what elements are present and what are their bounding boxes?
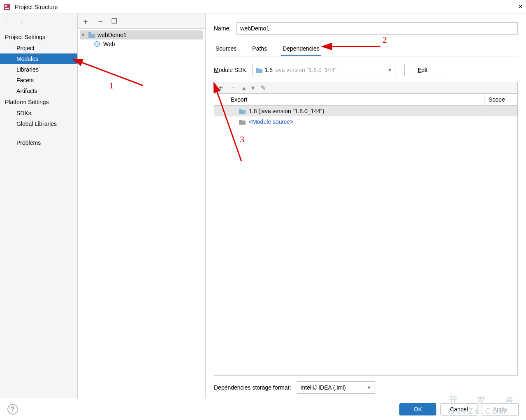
storage-label: Dependencies storage format: <box>214 384 291 391</box>
storage-combo[interactable]: IntelliJ IDEA (.iml) ▼ <box>297 381 375 394</box>
module-tree-panel: ＋ － ❐ ▾ webDemo1 Web <box>78 14 206 398</box>
name-row: Name: <box>214 22 518 35</box>
dep-row-jdk[interactable]: 1.8 (java version "1.8.0_144") <box>214 106 517 116</box>
storage-value: IntelliJ IDEA (.iml) <box>301 384 346 391</box>
footer: ? OK Cancel Apply <box>0 398 526 420</box>
dep-col-scope: Scope <box>484 94 517 105</box>
svg-rect-2 <box>5 8 9 9</box>
sdk-value: 1.8 <box>265 67 273 73</box>
forward-icon[interactable]: → <box>17 18 24 26</box>
dep-col-export: Export <box>214 94 484 105</box>
jdk-folder-icon <box>239 108 246 114</box>
dep-up-icon[interactable]: ▴ <box>242 84 246 92</box>
nav-item-modules[interactable]: Modules <box>0 53 77 64</box>
ok-button[interactable]: OK <box>399 403 436 415</box>
chevron-down-icon: ▼ <box>388 67 392 72</box>
svg-rect-3 <box>88 32 91 33</box>
help-icon[interactable]: ? <box>7 404 18 415</box>
dep-table-header: Export Scope <box>214 94 517 106</box>
main: ← → Project Settings Project Modules Lib… <box>0 14 526 398</box>
tab-dependencies[interactable]: Dependencies <box>281 43 321 56</box>
tree-root-label: webDemo1 <box>97 32 127 38</box>
dep-row-module-source[interactable]: <Module source> <box>214 116 517 127</box>
tab-paths[interactable]: Paths <box>250 43 269 56</box>
nav-item-facets[interactable]: Facets <box>0 75 77 86</box>
chevron-down-icon[interactable]: ▾ <box>80 32 86 38</box>
copy-icon[interactable]: ❐ <box>111 17 117 25</box>
detail-panel: Name: Sources Paths Dependencies Module … <box>206 14 526 398</box>
dep-row-jdk-label: 1.8 (java version "1.8.0_144") <box>249 108 324 114</box>
tab-sources[interactable]: Sources <box>214 43 238 56</box>
sdk-row: Module SDK: 1.8 java version "1.8.0_144"… <box>214 64 518 76</box>
svg-rect-0 <box>4 4 10 10</box>
annotation-number-1: 1 <box>109 80 114 91</box>
dep-table-body: 1.8 (java version "1.8.0_144") <Module s… <box>214 106 517 375</box>
nav-item-artifacts[interactable]: Artifacts <box>0 86 77 96</box>
nav-item-problems[interactable]: Problems <box>0 137 77 148</box>
dep-table: Export Scope 1.8 (java version "1.8.0_14… <box>214 93 518 376</box>
titlebar: Project Structure × <box>0 0 526 14</box>
remove-icon[interactable]: － <box>97 16 104 26</box>
dep-add-icon[interactable]: ＋ <box>218 84 224 92</box>
name-input[interactable] <box>236 22 518 35</box>
close-icon[interactable]: × <box>510 2 523 11</box>
back-icon[interactable]: ← <box>5 18 12 26</box>
name-label: Name: <box>214 25 231 32</box>
tree-child-label: Web <box>103 41 115 47</box>
tree-toolbar: ＋ － ❐ <box>78 14 205 29</box>
annotation-number-3: 3 <box>240 134 244 145</box>
watermark: 开 发 者 DevZe.CoM <box>449 394 522 416</box>
nav-item-global-libraries[interactable]: Global Libraries <box>0 118 77 129</box>
sdk-label: Module SDK: <box>214 67 248 73</box>
web-icon <box>94 41 101 47</box>
module-tree: ▾ webDemo1 Web <box>78 29 205 50</box>
add-icon[interactable]: ＋ <box>82 16 89 26</box>
tree-child-web[interactable]: Web <box>80 39 203 49</box>
tabs: Sources Paths Dependencies <box>214 43 518 56</box>
jdk-icon <box>256 67 262 73</box>
sdk-suffix: java version "1.8.0_144" <box>274 67 336 73</box>
chevron-down-icon: ▼ <box>367 385 371 390</box>
nav-item-libraries[interactable]: Libraries <box>0 64 77 75</box>
module-folder-icon <box>88 32 95 38</box>
source-folder-icon <box>239 119 246 125</box>
annotation-number-2: 2 <box>382 35 387 45</box>
edit-button[interactable]: Edit <box>404 64 441 76</box>
tree-root[interactable]: ▾ webDemo1 <box>80 30 203 39</box>
nav-item-sdks[interactable]: SDKs <box>0 108 77 118</box>
dep-toolbar: ＋ － ▴ ▾ ✎ <box>214 82 518 93</box>
nav-heading-platform-settings: Platform Settings <box>0 96 77 108</box>
dep-down-icon[interactable]: ▾ <box>251 84 255 92</box>
window-title: Project Structure <box>15 4 510 10</box>
nav-item-project[interactable]: Project <box>0 43 77 53</box>
dep-remove-icon[interactable]: － <box>230 84 236 92</box>
app-icon <box>3 3 11 11</box>
dep-row-source-label: <Module source> <box>249 118 293 125</box>
storage-row: Dependencies storage format: IntelliJ ID… <box>214 376 518 394</box>
left-nav: ← → Project Settings Project Modules Lib… <box>0 14 78 398</box>
nav-heading-project-settings: Project Settings <box>0 31 77 43</box>
sdk-combo[interactable]: 1.8 java version "1.8.0_144" ▼ <box>252 64 396 76</box>
nav-back-forward: ← → <box>0 18 77 31</box>
svg-rect-1 <box>5 5 7 7</box>
dep-edit-icon[interactable]: ✎ <box>260 84 266 92</box>
